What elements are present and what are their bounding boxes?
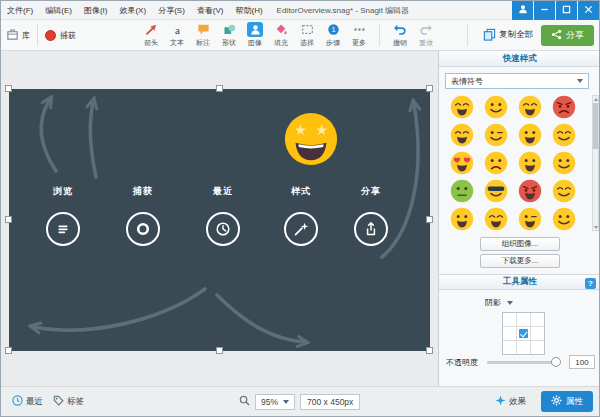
shadow-cell-3[interactable] — [503, 327, 516, 340]
canvas-share-label: 分享 — [341, 185, 401, 198]
shadow-cell-7[interactable] — [517, 341, 530, 354]
emoji-style-rage[interactable] — [518, 179, 542, 203]
panel-scrollbar[interactable] — [592, 95, 599, 231]
emoji-style-grin[interactable] — [450, 95, 474, 119]
snagit-editor-window: 文件(F)编辑(E)图像(I)效果(X)分享(S)查看(V)帮助(H) Edit… — [0, 0, 600, 417]
emoji-style-cool-shades[interactable] — [484, 179, 508, 203]
scroll-up-icon[interactable] — [594, 98, 598, 101]
canvas-recent-label: 最近 — [193, 185, 253, 198]
recent-captures-button[interactable]: 最近 — [7, 392, 48, 411]
shadow-cell-1[interactable] — [517, 313, 530, 326]
selection-handle[interactable] — [426, 347, 433, 354]
emoji-style-sick-green[interactable] — [450, 179, 474, 203]
tool-more[interactable]: 更多 — [346, 22, 372, 48]
selection-handle[interactable] — [426, 85, 433, 92]
emoji-style-smile[interactable] — [484, 95, 508, 119]
quick-styles-header[interactable]: 快速样式 — [439, 51, 600, 67]
selection-handle[interactable] — [5, 216, 12, 223]
emoji-style-smile2[interactable] — [552, 207, 576, 231]
canvas-capture-item: 捕获 — [113, 185, 173, 246]
minimize-button[interactable] — [534, 1, 555, 20]
more-icon — [351, 22, 367, 37]
image-icon — [247, 22, 263, 37]
slider-thumb[interactable] — [551, 357, 561, 367]
share-icon — [551, 29, 562, 42]
style-category-dropdown[interactable]: 表情符号 — [445, 73, 589, 89]
selection-handle[interactable] — [5, 85, 12, 92]
menu-item-6[interactable]: 帮助(H) — [229, 1, 268, 20]
shadow-cell-5[interactable] — [531, 327, 544, 340]
tool-fill[interactable]: 填充 — [268, 22, 294, 48]
emoji-style-happy2[interactable] — [552, 179, 576, 203]
window-title: EditorOverview.snag* - Snagit 编辑器 — [277, 5, 410, 16]
emoji-style-wink[interactable] — [484, 123, 508, 147]
shadow-cell-0[interactable] — [503, 313, 516, 326]
shadow-checkbox[interactable] — [519, 329, 528, 338]
canvas-dimensions: 700 x 450px — [300, 394, 360, 410]
tool-text[interactable]: a文本 — [164, 22, 190, 48]
copy-all-button[interactable]: 复制全部 — [483, 28, 533, 43]
magnifier-icon — [239, 395, 250, 408]
tags-button[interactable]: 标签 — [48, 392, 89, 411]
emoji-style-sad[interactable] — [484, 151, 508, 175]
emoji-style-joy[interactable] — [450, 123, 474, 147]
menu-item-3[interactable]: 效果(X) — [113, 1, 152, 20]
opacity-slider[interactable] — [487, 361, 560, 364]
emoji-style-happy-open[interactable] — [518, 123, 542, 147]
emoji-style-angry[interactable] — [552, 95, 576, 119]
shadow-dropdown[interactable]: 阴影 — [485, 297, 513, 308]
emoji-style-wink2[interactable] — [518, 207, 542, 231]
selection-handle[interactable] — [5, 347, 12, 354]
capture-button[interactable]: 捕获 — [45, 30, 76, 41]
tool-image[interactable]: 图像 — [242, 22, 268, 48]
properties-button[interactable]: 属性 — [541, 391, 593, 412]
menu-item-1[interactable]: 编辑(E) — [39, 1, 78, 20]
shadow-cell-2[interactable] — [531, 313, 544, 326]
emoji-style-heart-eyes[interactable] — [450, 151, 474, 175]
record-dot-icon — [45, 30, 56, 41]
emoji-style-blush[interactable] — [552, 123, 576, 147]
sign-in-button[interactable] — [512, 1, 533, 20]
effects-button[interactable]: 效果 — [490, 392, 531, 411]
selection-handle[interactable] — [426, 216, 433, 223]
canvas-workspace: 浏览捕获最近样式分享 — [1, 51, 438, 388]
emoji-style-grin2[interactable] — [450, 207, 474, 231]
menu-item-4[interactable]: 分享(S) — [152, 1, 191, 20]
shadow-cell-8[interactable] — [531, 341, 544, 354]
scroll-down-icon[interactable] — [594, 226, 598, 229]
selection-handle[interactable] — [216, 347, 223, 354]
tool-arrow[interactable]: 箭头 — [138, 22, 164, 48]
selection-handle[interactable] — [216, 85, 223, 92]
library-button[interactable]: 库 — [6, 28, 30, 43]
tool-properties-header[interactable]: 工具属性 ? — [439, 274, 600, 290]
recent-icon — [206, 212, 240, 246]
tool-shape[interactable]: 形状 — [216, 22, 242, 48]
tool-step[interactable]: 1步骤 — [320, 22, 346, 48]
undo-button[interactable]: 撤销 — [387, 22, 413, 48]
tool-callout[interactable]: 标注 — [190, 22, 216, 48]
opacity-value-field[interactable]: 100 — [569, 355, 595, 369]
maximize-button[interactable] — [556, 1, 577, 20]
menu-item-0[interactable]: 文件(F) — [1, 1, 39, 20]
menu-item-5[interactable]: 查看(V) — [191, 1, 230, 20]
shadow-cell-6[interactable] — [503, 341, 516, 354]
organize-images-button[interactable]: 组织图像... — [480, 237, 560, 251]
menu-item-2[interactable]: 图像(I) — [78, 1, 114, 20]
scrollbar-thumb[interactable] — [593, 103, 598, 149]
help-icon[interactable]: ? — [585, 278, 596, 289]
redo-button[interactable]: 重做 — [413, 22, 439, 48]
canvas-image[interactable]: 浏览捕获最近样式分享 — [9, 89, 430, 351]
emoji-style-laugh[interactable] — [518, 95, 542, 119]
emoji-style-laugh2[interactable] — [484, 207, 508, 231]
zoom-level-dropdown[interactable]: 95% — [255, 394, 295, 410]
shadow-cell-4[interactable] — [517, 327, 530, 340]
tool-select[interactable]: 选择 — [294, 22, 320, 48]
star-struck-emoji[interactable] — [282, 110, 340, 170]
emoji-style-surprised[interactable] — [518, 151, 542, 175]
download-more-button[interactable]: 下载更多... — [480, 254, 560, 268]
close-button[interactable] — [578, 1, 599, 20]
canvas-recent-item: 最近 — [193, 185, 253, 246]
emoji-style-smirk[interactable] — [552, 151, 576, 175]
share-button[interactable]: 分享 — [541, 25, 594, 46]
chevron-down-icon — [577, 79, 583, 83]
